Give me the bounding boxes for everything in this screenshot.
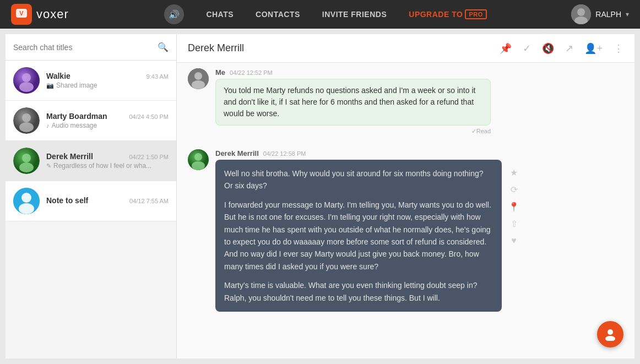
chat-info-marty: Marty Boardman 04/24 4:50 PM ♪ Audio mes… [46,112,169,129]
chat-header: Derek Merrill 📌 ✓ 🔇 ↗ 👤+ ⋮ [177,34,634,63]
chat-list: Walkie 9:43 AM 📷 Shared image [6,61,176,358]
logo-area: V voxer [11,4,69,25]
more-options-icon[interactable]: ⋮ [614,42,623,55]
chat-item-derek[interactable]: Derek Merrill 04/22 1:50 PM ✎ Regardless… [6,141,176,181]
search-input[interactable] [13,43,158,52]
svg-point-25 [605,336,615,341]
chat-item-marty[interactable]: Marty Boardman 04/24 4:50 PM ♪ Audio mes… [6,101,176,141]
msg-sender-derek: Derek Merrill [215,149,259,157]
sound-toggle[interactable]: 🔊 [164,4,184,24]
msg-avatar-derek [188,149,209,170]
svg-point-22 [194,153,202,161]
derek-para-3: Marty's time is valuable. What are you e… [224,279,493,304]
chat-name-marty: Marty Boardman [46,112,107,121]
chat-time-derek: 04/22 1:50 PM [129,154,169,160]
svg-point-11 [19,122,34,132]
search-area: 🔍 [6,34,176,61]
chat-info-note: Note to self 04/12 7:55 AM [46,196,169,206]
msg-avatar-me [188,68,209,89]
main-container: 🔍 [6,34,634,358]
chat-info-derek: Derek Merrill 04/22 1:50 PM ✎ Regardless… [46,152,169,170]
location-icon[interactable]: 📍 [508,202,519,212]
preview-icon-walkie: 📷 [46,82,54,89]
pin-icon[interactable]: 📌 [500,42,512,55]
chat-preview-walkie: 📷 Shared image [46,82,169,89]
msg-meta-me: Me 04/22 12:52 PM [215,68,491,77]
add-contact-icon[interactable]: 👤+ [584,42,603,55]
read-marker: ✓Read [215,128,491,135]
user-avatar-nav [571,4,591,24]
top-navigation: V voxer 🔊 CHATS CONTACTS INVITE FRIENDS … [0,0,640,29]
chat-time-walkie: 9:43 AM [147,73,169,80]
upgrade-button[interactable]: UPGRADE TO PRO [409,9,486,19]
upgrade-label: UPGRADE TO [409,10,463,19]
chat-header-name: Derek Merrill [188,42,500,54]
svg-point-24 [608,329,613,335]
chat-item-note[interactable]: Note to self 04/12 7:55 AM [6,181,176,221]
expand-icon[interactable]: ↗ [565,42,573,55]
nav-username: RALPH [595,10,621,19]
svg-point-10 [22,113,31,122]
svg-point-23 [192,161,205,170]
svg-point-8 [19,82,34,92]
derek-para-1: Well no shit brotha. Why would you sit a… [224,167,493,192]
pro-badge: PRO [465,9,486,19]
msg-content-derek: Derek Merrill 04/22 12:58 PM Well no shi… [215,149,623,312]
chat-name-derek: Derek Merrill [46,152,93,161]
nav-chats[interactable]: CHATS [206,10,234,19]
avatar-derek [13,148,40,174]
svg-point-4 [577,8,585,16]
fab-button[interactable] [597,321,623,347]
svg-point-19 [194,72,202,80]
messages-area[interactable]: Me 04/22 12:52 PM You told me Marty refu… [177,63,634,358]
nav-center: 🔊 CHATS CONTACTS INVITE FRIENDS UPGRADE … [91,4,561,24]
message-row-derek: Derek Merrill 04/22 12:58 PM Well no shi… [188,149,623,312]
svg-point-17 [19,203,34,214]
chat-name-walkie: Walkie [46,72,70,80]
chat-name-note: Note to self [46,196,88,205]
preview-icon-marty: ♪ [46,122,50,129]
msg-sender-me: Me [215,68,225,77]
svg-point-16 [21,193,31,203]
msg-bubble-derek: Well no shit brotha. Why would you sit a… [215,160,502,312]
chat-time-marty: 04/24 4:50 PM [129,113,169,120]
avatar-walkie [13,67,40,94]
svg-point-13 [22,154,31,162]
nav-invite[interactable]: INVITE FRIENDS [322,10,387,19]
check-icon[interactable]: ✓ [523,42,531,55]
chat-info-walkie: Walkie 9:43 AM 📷 Shared image [46,72,169,89]
search-icon[interactable]: 🔍 [158,42,169,52]
msg-time-me: 04/22 12:52 PM [230,69,273,76]
heart-icon[interactable]: ♥ [511,236,517,246]
nav-contacts[interactable]: CONTACTS [256,10,300,19]
voxer-logo-icon: V [11,4,32,25]
sidebar: 🔍 [6,34,176,358]
chat-item-walkie[interactable]: Walkie 9:43 AM 📷 Shared image [6,61,176,101]
svg-point-7 [22,73,31,82]
svg-point-20 [192,80,205,89]
share-icon[interactable]: ⇧ [511,219,518,229]
logo-text: voxer [36,7,69,21]
msg-meta-derek: Derek Merrill 04/22 12:58 PM [215,149,623,157]
avatar-marty [13,107,40,134]
msg-bubble-me: You told me Marty refunds no questions a… [215,79,491,126]
sound-icon: 🔊 [169,9,180,20]
header-actions: 📌 ✓ 🔇 ↗ 👤+ ⋮ [500,42,623,55]
preview-icon-derek: ✎ [46,162,51,170]
svg-point-14 [19,162,34,172]
message-row-me: Me 04/22 12:52 PM You told me Marty refu… [188,68,623,140]
mute-icon[interactable]: 🔇 [542,42,554,55]
retweet-icon[interactable]: ⟳ [511,184,518,195]
star-icon[interactable]: ★ [510,167,518,178]
chat-preview-derek: ✎ Regardless of how I feel or wha... [46,162,169,170]
avatar-note [13,188,40,214]
chat-time-note: 04/12 7:55 AM [129,198,169,204]
msg-time-derek: 04/22 12:58 PM [263,150,306,157]
user-menu[interactable]: RALPH ▾ [571,4,629,24]
msg-content-me: Me 04/22 12:52 PM You told me Marty refu… [215,68,491,140]
msg-action-icons: ★ ⟳ 📍 ⇧ ♥ [508,165,519,246]
chat-preview-marty: ♪ Audio message [46,122,169,129]
svg-text:V: V [19,10,24,17]
derek-para-2: I forwarded your message to Marty. I'm t… [224,199,493,273]
user-menu-chevron: ▾ [626,10,629,18]
